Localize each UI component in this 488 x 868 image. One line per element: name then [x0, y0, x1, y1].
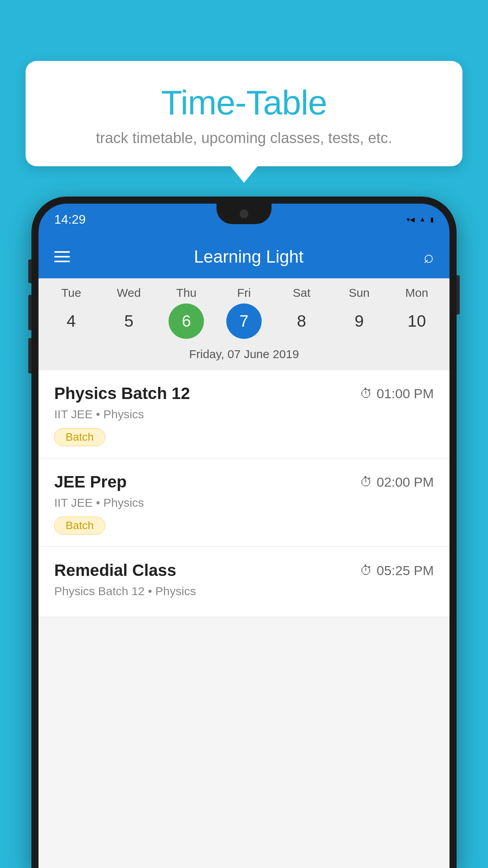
app-header: Learning Light ⌕ [39, 235, 449, 278]
camera [240, 210, 248, 218]
day-number-4[interactable]: 4 [46, 303, 97, 339]
power-button [457, 275, 460, 314]
battery-icon: ▮ [430, 216, 434, 223]
day-header-sun: Sun [334, 286, 385, 300]
schedule-time-2: ⏱05:25 PM [360, 563, 434, 578]
schedule-title-2: Remedial Class [54, 561, 176, 580]
volume-silent-button [28, 259, 31, 283]
day-header-thu: Thu [161, 286, 212, 300]
status-bar: 14:29 ▾◀ ▲ ▮ [39, 204, 449, 235]
batch-badge-1: Batch [54, 517, 105, 535]
tooltip-card: Time-Table track timetable, upcoming cla… [26, 61, 462, 166]
volume-up-button [28, 295, 31, 330]
status-icons: ▾◀ ▲ ▮ [407, 216, 434, 223]
day-number-7[interactable]: 7 [226, 303, 262, 339]
schedule-meta-0: IIT JEE • Physics [54, 408, 434, 421]
day-number-wrapper-9[interactable]: 9 [334, 303, 385, 339]
day-number-wrapper-5[interactable]: 5 [103, 303, 154, 339]
day-number-wrapper-8[interactable]: 8 [276, 303, 327, 339]
day-header-sat: Sat [276, 286, 327, 300]
day-header-fri: Fri [218, 286, 270, 300]
day-number-8[interactable]: 8 [276, 303, 327, 339]
schedule-time-0: ⏱01:00 PM [360, 386, 434, 401]
search-icon[interactable]: ⌕ [424, 247, 434, 267]
schedule-meta-1: IIT JEE • Physics [54, 496, 434, 509]
schedule-title-1: JEE Prep [54, 473, 127, 491]
day-header-wed: Wed [103, 286, 154, 300]
day-header-mon: Mon [391, 286, 442, 300]
signal-icon: ▲ [419, 216, 426, 223]
day-headers: TueWedThuFriSatSunMon [39, 286, 449, 300]
clock-icon: ⏱ [360, 563, 372, 578]
calendar-strip: TueWedThuFriSatSunMon 45678910 Friday, 0… [39, 278, 449, 370]
day-number-9[interactable]: 9 [334, 303, 385, 339]
schedule-time-1: ⏱02:00 PM [360, 474, 434, 490]
clock-icon: ⏱ [360, 475, 372, 489]
schedule-list: Physics Batch 12⏱01:00 PMIIT JEE • Physi… [39, 370, 449, 617]
tooltip-subtitle: track timetable, upcoming classes, tests… [49, 130, 439, 147]
schedule-item-2[interactable]: Remedial Class⏱05:25 PMPhysics Batch 12 … [39, 547, 449, 617]
volume-down-button [28, 338, 31, 373]
schedule-meta-2: Physics Batch 12 • Physics [54, 585, 434, 598]
day-numbers: 45678910 [39, 303, 449, 339]
day-number-6[interactable]: 6 [169, 303, 204, 339]
status-time: 14:29 [54, 212, 86, 227]
day-number-wrapper-10[interactable]: 10 [391, 303, 442, 339]
notch [216, 204, 272, 224]
day-number-wrapper-4[interactable]: 4 [46, 303, 97, 339]
day-number-wrapper-7[interactable]: 7 [218, 303, 270, 339]
day-header-tue: Tue [46, 286, 97, 300]
phone-screen: Learning Light ⌕ TueWedThuFriSatSunMon 4… [39, 235, 449, 868]
hamburger-menu-button[interactable] [54, 251, 70, 262]
day-number-10[interactable]: 10 [391, 303, 442, 339]
selected-date-label: Friday, 07 June 2019 [39, 343, 449, 368]
day-number-5[interactable]: 5 [103, 303, 154, 339]
phone-shell: 14:29 ▾◀ ▲ ▮ Learning Light ⌕ TueWedThuF… [31, 197, 457, 868]
app-title: Learning Light [86, 247, 412, 267]
schedule-item-1[interactable]: JEE Prep⏱02:00 PMIIT JEE • PhysicsBatch [39, 458, 449, 547]
wifi-icon: ▾◀ [407, 216, 415, 223]
schedule-title-0: Physics Batch 12 [54, 384, 190, 403]
schedule-item-0[interactable]: Physics Batch 12⏱01:00 PMIIT JEE • Physi… [39, 370, 449, 458]
batch-badge-0: Batch [54, 428, 105, 446]
tooltip-title: Time-Table [49, 83, 439, 123]
day-number-wrapper-6[interactable]: 6 [161, 303, 212, 339]
clock-icon: ⏱ [360, 386, 372, 401]
